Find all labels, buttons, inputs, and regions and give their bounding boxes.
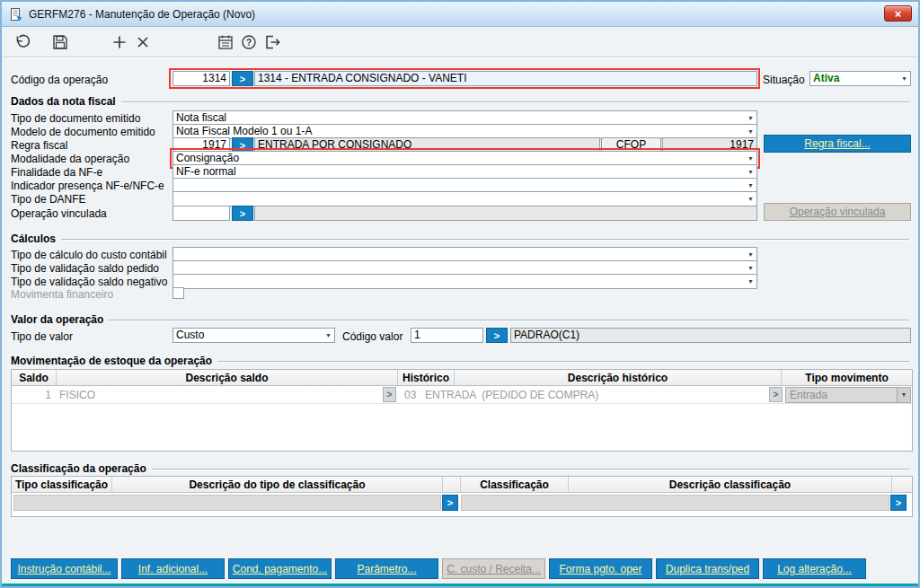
toolbar: ? — [2, 27, 918, 57]
dropdown-arrow-icon: ▼ — [897, 388, 910, 402]
situacao-value: Ativa — [813, 72, 896, 85]
codigo-operacao-lookup-button[interactable]: > — [232, 71, 253, 86]
dropdown-arrow-icon: ▼ — [748, 275, 754, 288]
help-button[interactable]: ? — [237, 31, 261, 54]
section-title: Dados da nota fiscal — [11, 95, 116, 108]
tipo-documento-value: Nota fiscal — [176, 111, 742, 125]
dropdown-arrow-icon: ▼ — [748, 261, 754, 275]
operacao-vinculada-descricao-field — [254, 206, 757, 221]
chevron-right-icon: > — [387, 390, 393, 399]
calendar-icon — [217, 33, 234, 51]
classificacao-table-row[interactable]: > > — [12, 495, 912, 514]
bottom-edge-bar — [2, 584, 918, 586]
regra-fiscal-button[interactable]: Regra fiscal... — [764, 135, 911, 153]
tipo-documento-label: Tipo de documento emitido — [11, 112, 140, 125]
cell-descricao-historico: ENTRADA (PEDIDO DE COMPRA) — [425, 389, 598, 401]
col-header-descricao-tipo-classificacao: Descrição do tipo de classificação — [112, 477, 443, 493]
col-header-saldo: Saldo — [12, 370, 57, 386]
dropdown-arrow-icon: ▼ — [748, 152, 754, 165]
dropdown-arrow-icon: ▼ — [748, 165, 754, 179]
classificacao-lookup-button[interactable]: > — [442, 495, 458, 511]
dropdown-arrow-icon: ▼ — [748, 125, 754, 138]
forma-pgto-oper-button[interactable]: Forma pgto. oper — [549, 558, 652, 579]
modelo-documento-value: Nota Fiscal Modelo 1 ou 1-A — [176, 125, 742, 138]
finalidade-label: Finalidade da NF-e — [11, 166, 102, 179]
section-calculos: Cálculos — [11, 233, 909, 245]
chevron-right-icon: > — [240, 208, 245, 219]
parametro-button[interactable]: Parâmetro... — [335, 558, 438, 579]
exit-button[interactable] — [261, 31, 284, 54]
save-icon — [51, 33, 69, 51]
estoque-table-row[interactable]: 1 FISICO > 03 ENTRADA (PEDIDO DE COMPRA)… — [12, 386, 912, 404]
col-header-descricao-classificacao: Descrição classificação — [569, 477, 892, 493]
calendar-button[interactable] — [214, 31, 237, 54]
movimenta-financeiro-checkbox[interactable] — [172, 287, 184, 299]
tipo-valor-label: Tipo de valor — [11, 330, 73, 343]
close-button[interactable]: × — [884, 5, 912, 22]
finalidade-value: NF-e normal — [176, 165, 742, 179]
app-icon — [9, 7, 23, 22]
dropdown-arrow-icon: ▼ — [748, 179, 754, 192]
window-title: GERFM276 - Manutenção de Operação (Novo) — [29, 8, 255, 21]
save-button[interactable] — [49, 31, 72, 54]
codigo-valor-input[interactable]: 1 — [411, 328, 483, 343]
delete-icon — [134, 33, 152, 51]
chevron-right-icon: > — [896, 497, 901, 508]
cond-pagamento-button[interactable]: Cond. pagamento... — [228, 558, 332, 579]
close-icon: × — [895, 7, 902, 21]
classificacao-table: Tipo classificação Descrição do tipo de … — [11, 476, 913, 517]
chevron-right-icon: > — [240, 140, 245, 151]
chevron-right-icon: > — [447, 497, 453, 508]
instrucao-contabil-button[interactable]: Instrução contábil... — [11, 558, 118, 579]
movimenta-financeiro-label: Movimenta financeiro — [11, 288, 113, 301]
codigo-valor-lookup-button[interactable]: > — [486, 328, 508, 343]
add-icon — [111, 33, 128, 51]
codigo-operacao-input[interactable]: 1314 — [172, 71, 230, 86]
dropdown-arrow-icon: ▼ — [901, 72, 907, 85]
estoque-table: Saldo Descrição saldo Histórico Descriçã… — [11, 369, 913, 452]
indicador-presenca-label: Indicador presença NF-e/NFC-e — [11, 180, 164, 192]
undo-button[interactable] — [11, 31, 34, 54]
codigo-valor-descricao-field: PADRAO(C1) — [510, 328, 911, 343]
delete-button[interactable] — [131, 31, 155, 54]
custo-contabil-label: Tipo de cálculo do custo contábil — [11, 249, 167, 261]
section-dados-nota-fiscal: Dados da nota fiscal — [11, 95, 909, 108]
chevron-right-icon: > — [240, 74, 245, 84]
tipo-danfe-select[interactable]: ▼ — [172, 191, 757, 206]
section-title: Classificação da operação — [11, 462, 146, 475]
section-title: Movimentação de estoque da operação — [11, 355, 212, 367]
undo-icon — [13, 33, 31, 51]
classificacao-field — [461, 495, 889, 511]
saldo-negativo-select[interactable]: ▼ — [172, 274, 757, 289]
tipo-valor-value: Custo — [176, 329, 320, 342]
cell-historico: 03 — [404, 389, 416, 401]
operacao-vinculada-button: Operação vinculada — [764, 203, 911, 221]
cell-descricao-saldo: FISICO — [59, 389, 95, 401]
tipo-valor-select[interactable]: Custo ▼ — [172, 328, 335, 343]
svg-text:?: ? — [246, 38, 252, 48]
tipo-movimento-select[interactable]: Entrada ▼ — [785, 387, 911, 403]
descricao-classificacao-lookup-button[interactable]: > — [890, 495, 907, 511]
regra-fiscal-label: Regra fiscal — [11, 139, 67, 152]
col-header-tipo-classificacao: Tipo classificação — [12, 477, 112, 493]
add-button[interactable] — [108, 31, 131, 54]
col-header-tipo-movimento: Tipo movimento — [782, 370, 912, 386]
dropdown-arrow-icon: ▼ — [748, 111, 754, 125]
operacao-vinculada-input[interactable] — [172, 206, 230, 221]
situacao-select[interactable]: Ativa ▼ — [809, 71, 911, 86]
operacao-vinculada-label: Operação vinculada — [11, 207, 107, 220]
operacao-vinculada-lookup-button[interactable]: > — [232, 206, 253, 221]
log-alteracao-button[interactable]: Log alteração... — [763, 558, 866, 579]
dropdown-arrow-icon: ▼ — [325, 329, 332, 342]
historico-lookup-button[interactable]: > — [769, 387, 783, 402]
situacao-label: Situação — [763, 74, 805, 86]
inf-adicional-button[interactable]: Inf. adicional... — [121, 558, 225, 579]
section-title: Cálculos — [11, 233, 56, 245]
col-header-historico: Histórico — [398, 370, 455, 386]
c-custo-receita-button: C. custo / Receita... — [442, 558, 545, 579]
chevron-right-icon: > — [774, 390, 779, 399]
col-header-classificacao: Classificação — [461, 477, 569, 493]
duplica-trans-ped-button[interactable]: Duplica trans/ped — [656, 558, 759, 579]
saldo-lookup-button[interactable]: > — [383, 387, 396, 402]
exit-icon — [263, 33, 281, 51]
